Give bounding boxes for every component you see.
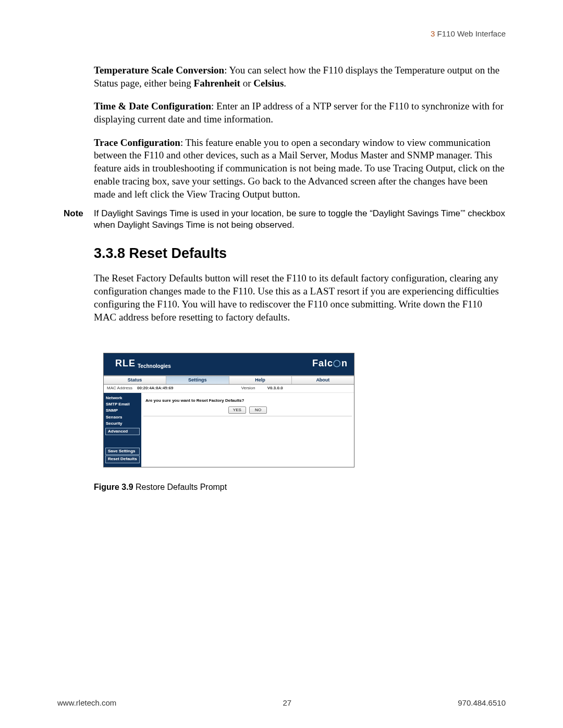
version-value: V0.3.0.0 [267, 386, 283, 391]
info-bar: MAC Address 00:20:4A:8A:45:69 Version V0… [104, 385, 354, 392]
tab-help[interactable]: Help [229, 376, 292, 385]
paragraph-time-date: Time & Date Configuration: Enter an IP a… [94, 100, 506, 126]
tab-settings[interactable]: Settings [166, 376, 229, 385]
reset-prompt-text: Are you sure you want to Reset Factory D… [145, 398, 350, 403]
tab-status[interactable]: Status [104, 376, 166, 385]
sidebar-item-advanced[interactable]: Advanced [105, 428, 140, 435]
tab-bar: Status Settings Help About [104, 375, 354, 385]
app-banner: RLE Technologies Falc◯n [104, 353, 354, 375]
footer-phone: 970.484.6510 [458, 698, 506, 707]
no-button[interactable]: NO [249, 406, 267, 414]
tab-about[interactable]: About [292, 376, 354, 385]
chapter-number: 3 [431, 29, 435, 38]
paragraph-temperature: Temperature Scale Conversion: You can se… [94, 64, 506, 90]
mac-value: 00:20:4A:8A:45:69 [137, 386, 173, 391]
screenshot-reset-defaults: RLE Technologies Falc◯n Status Settings … [103, 353, 354, 467]
figure-caption: Figure 3.9 Restore Defaults Prompt [94, 482, 506, 493]
sidebar-item-network[interactable]: Network [104, 395, 141, 401]
section-heading: 3.3.8 Reset Defaults [94, 244, 506, 263]
sidebar-reset-defaults[interactable]: Reset Defaults [105, 455, 140, 463]
yes-button[interactable]: YES [228, 406, 246, 414]
logo-rle: RLE Technologies [115, 357, 171, 369]
sidebar-save-settings[interactable]: Save Settings [105, 448, 140, 455]
sidebar-item-security[interactable]: Security [104, 421, 141, 427]
sidebar-item-snmp[interactable]: SNMP [104, 408, 141, 414]
note-label: Note [57, 208, 94, 219]
running-header: 3 F110 Web Interface [57, 29, 506, 38]
logo-falcon: Falc◯n [312, 357, 348, 369]
sidebar-item-sensors[interactable]: Sensors [104, 414, 141, 421]
main-pane: Are you sure you want to Reset Factory D… [141, 393, 354, 467]
section-body: The Reset Factory Defaults button will r… [94, 272, 506, 324]
note-text: If Daylight Savings Time is used in your… [94, 208, 506, 231]
version-label: Version [241, 386, 267, 391]
chapter-title: F110 Web Interface [437, 29, 506, 38]
footer-page-number: 27 [283, 698, 291, 707]
note-block: Note If Daylight Savings Time is used in… [57, 208, 506, 231]
page-footer: www.rletech.com 27 970.484.6510 [57, 698, 506, 707]
footer-url: www.rletech.com [57, 698, 116, 707]
sidebar-item-smtp[interactable]: SMTP Email [104, 401, 141, 408]
sidebar: Network SMTP Email SNMP Sensors Security… [104, 393, 141, 467]
mac-label: MAC Address [107, 386, 137, 391]
paragraph-trace: Trace Configuration: This feature enable… [94, 137, 506, 201]
